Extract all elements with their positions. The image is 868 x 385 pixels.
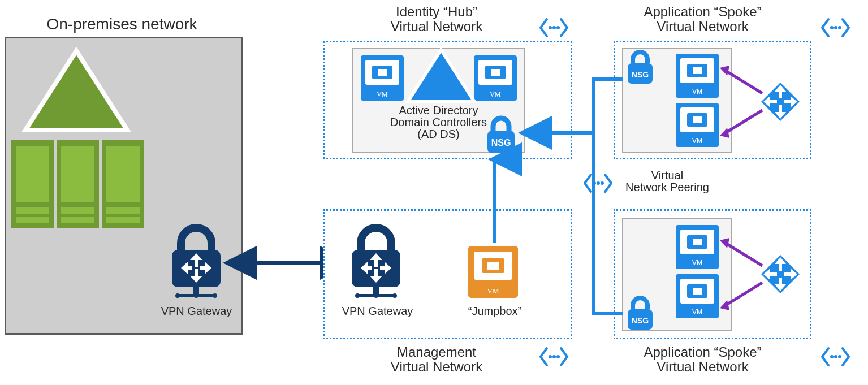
- vm-icon: VM: [361, 55, 404, 101]
- svg-point-44: [549, 355, 552, 358]
- peering-label: Virtual Network Peering: [611, 170, 724, 193]
- lb-arrow: [717, 280, 771, 314]
- onprem-vpn-label: VPN Gateway: [147, 305, 246, 317]
- svg-point-28: [556, 26, 560, 29]
- svg-rect-10: [106, 146, 140, 202]
- svg-rect-2: [16, 146, 49, 202]
- svg-text:VM: VM: [692, 308, 702, 316]
- svg-point-46: [556, 355, 560, 358]
- svg-line-106: [726, 243, 762, 266]
- svg-rect-4: [16, 217, 49, 223]
- svg-text:VM: VM: [490, 90, 501, 98]
- svg-rect-3: [16, 207, 49, 214]
- svg-rect-38: [491, 69, 500, 76]
- svg-rect-52: [373, 287, 379, 294]
- svg-marker-86: [720, 66, 729, 76]
- vpn-gateway-icon: [170, 226, 223, 300]
- svg-text:VM: VM: [692, 137, 702, 145]
- svg-rect-6: [61, 146, 94, 202]
- svg-point-67: [838, 26, 841, 29]
- svg-text:VM: VM: [692, 88, 702, 96]
- peering-icon: [538, 17, 569, 38]
- svg-text:NSG: NSG: [632, 70, 649, 79]
- svg-text:NSG: NSG: [632, 316, 649, 325]
- svg-marker-109: [720, 300, 729, 310]
- forest-icon: [20, 45, 133, 136]
- svg-line-108: [726, 283, 762, 305]
- peering-icon: [538, 346, 569, 367]
- svg-rect-8: [61, 217, 94, 223]
- svg-rect-78: [693, 116, 702, 123]
- svg-rect-73: [693, 67, 702, 74]
- svg-point-112: [838, 355, 841, 358]
- svg-point-114: [593, 181, 596, 185]
- svg-text:VM: VM: [377, 90, 388, 98]
- svg-text:VM: VM: [487, 287, 499, 295]
- svg-point-20: [175, 293, 180, 298]
- svg-point-56: [392, 293, 397, 298]
- server-rack-icon: [57, 140, 99, 228]
- ad-forest-icon: [404, 46, 478, 106]
- spoke1-title: Application “Spoke” Virtual Network: [597, 5, 809, 34]
- svg-rect-99: [693, 288, 702, 295]
- connector-mgmt-hub: [483, 153, 506, 249]
- hub-title-l2: Virtual Network: [391, 19, 482, 34]
- svg-point-54: [355, 293, 360, 298]
- svg-marker-0: [25, 51, 127, 130]
- svg-text:NSG: NSG: [491, 138, 511, 148]
- svg-point-45: [552, 355, 556, 358]
- svg-marker-107: [720, 238, 729, 248]
- vm-icon: VM: [676, 103, 719, 147]
- svg-rect-18: [193, 287, 199, 294]
- svg-rect-32: [378, 69, 387, 76]
- svg-line-85: [726, 71, 762, 93]
- svg-point-110: [830, 355, 834, 358]
- svg-point-22: [213, 293, 217, 298]
- svg-line-87: [726, 110, 762, 133]
- svg-point-27: [552, 26, 556, 29]
- nsg-icon: NSG: [626, 297, 654, 332]
- svg-point-26: [549, 26, 552, 29]
- mgmt-vpn-label: VPN Gateway: [328, 305, 427, 317]
- lb-arrow: [717, 62, 771, 96]
- nsg-icon: NSG: [485, 116, 517, 155]
- hub-title-l1: Identity “Hub”: [396, 4, 477, 19]
- svg-marker-88: [720, 128, 729, 138]
- svg-point-55: [374, 293, 378, 298]
- svg-point-115: [597, 181, 600, 185]
- svg-point-111: [834, 355, 837, 358]
- vm-icon: VM: [474, 55, 517, 101]
- onprem-title: On-premises network: [5, 16, 239, 33]
- svg-rect-94: [693, 239, 702, 245]
- jumpbox-vm-icon: VM: [468, 246, 518, 298]
- peering-icon: [820, 346, 851, 367]
- mgmt-title: Management Virtual Network: [323, 345, 550, 375]
- svg-point-21: [194, 293, 198, 298]
- lb-arrow: [717, 235, 771, 269]
- vm-icon: VM: [676, 54, 719, 98]
- vm-icon: VM: [676, 225, 719, 269]
- svg-text:VM: VM: [692, 259, 702, 267]
- peering-icon: [820, 17, 851, 38]
- vm-icon: VM: [676, 274, 719, 318]
- svg-rect-60: [487, 262, 499, 270]
- peering-icon: [582, 172, 614, 194]
- vpn-gateway-icon: [349, 226, 403, 300]
- svg-rect-7: [61, 207, 94, 214]
- svg-rect-11: [106, 207, 140, 214]
- hub-title: Identity “Hub” Virtual Network: [323, 5, 550, 34]
- svg-marker-41: [408, 50, 474, 102]
- svg-rect-12: [106, 217, 140, 223]
- lb-arrow: [717, 107, 771, 141]
- svg-point-66: [834, 26, 837, 29]
- server-rack-icon: [11, 140, 54, 228]
- server-rack-icon: [102, 140, 144, 228]
- spoke2-title: Application “Spoke” Virtual Network: [597, 345, 809, 375]
- svg-point-116: [601, 181, 604, 185]
- svg-point-65: [830, 26, 834, 29]
- nsg-icon: NSG: [626, 51, 654, 86]
